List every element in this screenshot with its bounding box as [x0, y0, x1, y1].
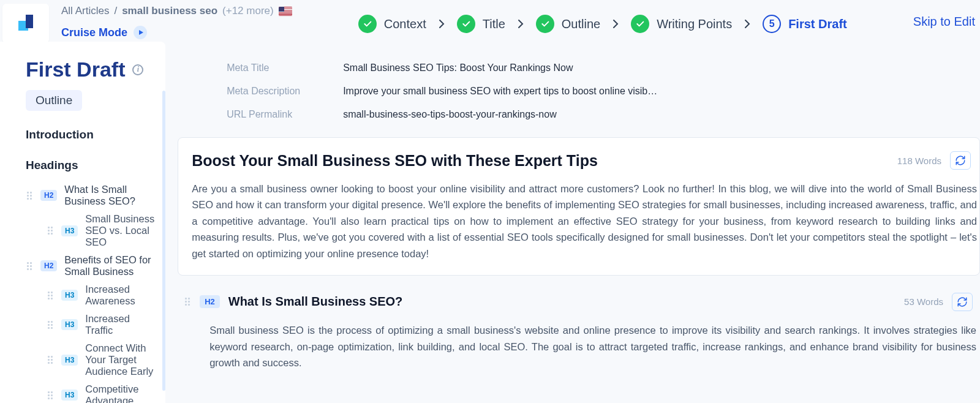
outline-item[interactable]: H3 Increased Awareness [26, 281, 154, 310]
meta-key: Meta Description [227, 86, 318, 97]
outline-item-label: Small Business SEO vs. Local SEO [85, 213, 154, 248]
outline-item[interactable]: H2 Benefits of SEO for Small Business [26, 251, 154, 281]
step-context[interactable]: Context [358, 15, 426, 33]
cruise-mode-toggle[interactable]: Cruise Mode [61, 26, 292, 39]
step-title[interactable]: Title [457, 15, 505, 33]
outline-item-label: What Is Small Business SEO? [64, 184, 154, 207]
heading-badge-h3: H3 [61, 225, 78, 236]
sidebar-scrollbar[interactable] [162, 91, 165, 391]
content-pane: Meta Title Small Business SEO Tips: Boos… [165, 42, 980, 403]
word-count: 118 Words [897, 156, 941, 166]
meta-table: Meta Title Small Business SEO Tips: Boos… [165, 56, 980, 137]
drag-handle-icon[interactable] [26, 261, 33, 271]
step-label: Context [384, 17, 426, 31]
breadcrumb: All Articles / small business seo (+12 m… [61, 5, 292, 17]
heading-badge-h3: H3 [61, 355, 78, 366]
step-number-badge: 5 [763, 15, 781, 33]
logo-icon [15, 12, 37, 34]
play-icon [134, 26, 147, 39]
flag-us-icon[interactable] [279, 7, 292, 16]
outline-sidebar: First Draft i Outline Introduction Headi… [0, 42, 165, 403]
check-icon [457, 15, 475, 33]
drag-handle-icon[interactable] [184, 297, 191, 307]
outline-item-label: Connect With Your Target Audience Early [85, 342, 154, 377]
drag-handle-icon[interactable] [26, 190, 33, 200]
top-bar: All Articles / small business seo (+12 m… [0, 0, 980, 42]
section-body-text[interactable]: Small business SEO is the process of opt… [209, 322, 980, 371]
section-title: What Is Small Business SEO? [228, 295, 403, 309]
outline-item[interactable]: H2 What Is Small Business SEO? [26, 181, 154, 210]
outline-item-label: Benefits of SEO for Small Business [64, 254, 154, 277]
check-icon [536, 15, 554, 33]
chevron-right-icon [439, 19, 445, 29]
outline-tree: H2 What Is Small Business SEO? H3 Small … [26, 181, 154, 403]
chevron-right-icon [744, 19, 750, 29]
page-title: First Draft [26, 58, 125, 81]
word-count: 53 Words [904, 296, 943, 307]
breadcrumb-area: All Articles / small business seo (+12 m… [49, 4, 292, 39]
step-label: Title [483, 17, 505, 31]
article-title: Boost Your Small Business SEO with These… [192, 152, 598, 170]
step-label: First Draft [788, 17, 847, 31]
heading-badge-h3: H3 [61, 319, 78, 330]
meta-value: Improve your small business SEO with exp… [343, 86, 657, 97]
drag-handle-icon[interactable] [47, 355, 54, 365]
heading-badge-h2: H2 [40, 190, 57, 201]
section-headings: Headings [26, 159, 154, 172]
heading-badge-h2: H2 [200, 295, 220, 308]
heading-badge-h3: H3 [61, 390, 78, 401]
step-label: Outline [562, 17, 600, 31]
step-writing-points[interactable]: Writing Points [631, 15, 732, 33]
meta-row[interactable]: Meta Title Small Business SEO Tips: Boos… [227, 56, 980, 80]
meta-row[interactable]: URL Permalink small-business-seo-tips-bo… [227, 103, 980, 126]
check-icon [358, 15, 377, 33]
breadcrumb-more[interactable]: (+12 more) [222, 5, 274, 17]
regenerate-button[interactable] [950, 151, 971, 170]
outline-item[interactable]: H3 Small Business SEO vs. Local SEO [26, 210, 154, 251]
meta-value: Small Business SEO Tips: Boost Your Rank… [343, 62, 573, 73]
intro-card: Boost Your Small Business SEO with These… [178, 137, 980, 276]
meta-row[interactable]: Meta Description Improve your small busi… [227, 80, 980, 103]
outline-item-label: Competitive Advantage [85, 383, 154, 403]
chevron-right-icon [612, 19, 619, 29]
drag-handle-icon[interactable] [47, 390, 54, 400]
skip-to-edit-link[interactable]: Skip to Edit [913, 4, 980, 29]
step-progress: Context Title Outline Writing Points 5 [292, 4, 913, 33]
step-first-draft[interactable]: 5 First Draft [763, 15, 847, 33]
heading-badge-h2: H2 [40, 260, 57, 271]
drag-handle-icon[interactable] [47, 226, 54, 236]
meta-key: Meta Title [227, 62, 318, 73]
meta-key: URL Permalink [227, 109, 318, 120]
svg-rect-1 [26, 15, 33, 28]
outline-item[interactable]: H3 Connect With Your Target Audience Ear… [26, 339, 154, 380]
check-icon [631, 15, 649, 33]
step-outline[interactable]: Outline [536, 15, 600, 33]
cruise-mode-label: Cruise Mode [61, 26, 127, 39]
content-section: H2 What Is Small Business SEO? 53 Words … [184, 293, 980, 371]
refresh-icon [957, 296, 968, 307]
regenerate-button[interactable] [952, 293, 973, 311]
refresh-icon [955, 155, 966, 166]
drag-handle-icon[interactable] [47, 320, 54, 330]
app-logo[interactable] [2, 4, 49, 43]
step-label: Writing Points [657, 17, 732, 31]
drag-handle-icon[interactable] [47, 290, 54, 300]
info-icon[interactable]: i [132, 64, 143, 75]
main-area: First Draft i Outline Introduction Headi… [0, 42, 980, 403]
meta-value: small-business-seo-tips-boost-your-ranki… [343, 109, 557, 120]
outline-chip[interactable]: Outline [26, 90, 82, 111]
section-introduction[interactable]: Introduction [26, 128, 154, 141]
outline-item-label: Increased Awareness [85, 284, 154, 307]
outline-item-label: Increased Traffic [85, 313, 154, 336]
breadcrumb-current[interactable]: small business seo [122, 5, 217, 17]
outline-item[interactable]: H3 Competitive Advantage [26, 380, 154, 403]
chevron-right-icon [518, 19, 524, 29]
breadcrumb-sep: / [114, 5, 117, 17]
heading-badge-h3: H3 [61, 290, 78, 301]
outline-item[interactable]: H3 Increased Traffic [26, 310, 154, 339]
article-intro-text[interactable]: Are you a small business owner looking t… [192, 181, 977, 262]
breadcrumb-root[interactable]: All Articles [61, 5, 109, 17]
